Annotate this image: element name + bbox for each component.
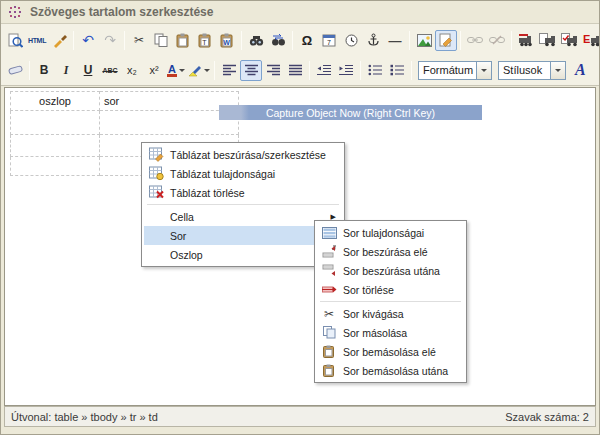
row-insert-after-icon [320, 263, 338, 279]
superscript-icon[interactable]: x² [143, 60, 165, 81]
separator [214, 61, 215, 80]
align-center-icon[interactable] [240, 60, 262, 81]
menu-item-column[interactable]: Oszlop ▶ [144, 245, 342, 264]
undo-icon[interactable]: ↶ [77, 30, 99, 51]
status-bar: Útvonal: table » tbody » tr » td Szavak … [4, 406, 596, 427]
justify-icon[interactable] [284, 60, 306, 81]
row-submenu: Sor tulajdonságai Sor beszúrása elé Sor … [314, 220, 467, 383]
separator [73, 31, 74, 50]
table-cell[interactable] [11, 157, 100, 176]
copy-icon[interactable] [150, 30, 172, 51]
bold-icon[interactable]: B [33, 60, 55, 81]
word-count: Szavak száma: 2 [505, 411, 589, 423]
align-right-icon[interactable] [262, 60, 284, 81]
paste-icon[interactable] [172, 30, 194, 51]
table-cell[interactable] [11, 135, 100, 157]
link-icon [464, 30, 486, 51]
table-cell[interactable]: sor [100, 92, 239, 111]
menu-item-row-cut[interactable]: ✂ Sor kivágása [317, 304, 464, 323]
insert-date-icon[interactable]: 7 [318, 30, 340, 51]
chevron-down-icon [204, 69, 210, 75]
separator [360, 61, 361, 80]
custom-train-1-icon[interactable] [515, 30, 537, 51]
row-delete-icon [320, 282, 338, 298]
styles-combo[interactable]: Stílusok [498, 61, 566, 80]
menu-item-row-insert-after[interactable]: Sor beszúrása utána [317, 261, 464, 280]
underline-icon[interactable]: U [77, 60, 99, 81]
svg-text:T: T [202, 38, 207, 45]
background-color-icon[interactable] [187, 60, 211, 81]
custom-train-3-icon[interactable] [559, 30, 581, 51]
menu-item-insert-table[interactable]: Táblázat beszúrása/szerkesztése [144, 145, 342, 164]
table-cell[interactable] [100, 111, 239, 135]
custom-train-2-icon[interactable] [537, 30, 559, 51]
replace-icon[interactable] [267, 30, 289, 51]
paste-text-icon[interactable]: T [194, 30, 216, 51]
bulleted-list-icon[interactable] [364, 60, 386, 81]
svg-text:E: E [583, 33, 590, 45]
source-html-icon[interactable]: HTML [26, 30, 48, 51]
insert-time-icon[interactable] [340, 30, 362, 51]
strikethrough-icon[interactable]: ABC [99, 60, 121, 81]
italic-icon[interactable]: I [55, 60, 77, 81]
remove-format-icon[interactable] [4, 60, 26, 81]
menu-item-row-copy[interactable]: Sor másolása [317, 323, 464, 342]
preview-icon[interactable] [4, 30, 26, 51]
editor-window: Szöveges tartalom szerkesztése HTML ↶ ↷ … [0, 0, 600, 435]
anchor-icon[interactable] [362, 30, 384, 51]
row-paste-after-icon [320, 363, 338, 379]
separator [511, 31, 512, 50]
numbered-list-icon[interactable] [386, 60, 408, 81]
table-properties-icon [147, 166, 165, 182]
row-properties-icon [320, 225, 338, 241]
text-color-icon[interactable]: A [165, 60, 187, 81]
styles-combo-value: Stílusok [498, 61, 550, 80]
indent-icon[interactable] [335, 60, 357, 81]
format-combo[interactable]: Formátum [418, 61, 492, 80]
outdent-icon[interactable] [313, 60, 335, 81]
title-bar: Szöveges tartalom szerkesztése [1, 1, 599, 24]
table-delete-icon [147, 185, 165, 201]
capture-banner: Capture Object Now (Right Ctrl Key) [219, 105, 482, 120]
menu-item-row-properties[interactable]: Sor tulajdonságai [317, 223, 464, 242]
subscript-icon[interactable]: x₂ [121, 60, 143, 81]
cut-icon[interactable]: ✂ [128, 30, 150, 51]
custom-train-4-icon[interactable]: E [581, 30, 600, 51]
table-row [11, 111, 239, 135]
svg-text:7: 7 [327, 39, 331, 46]
insert-note-icon[interactable] [435, 30, 457, 51]
insert-image-icon[interactable] [413, 30, 435, 51]
align-left-icon[interactable] [218, 60, 240, 81]
find-icon[interactable] [245, 30, 267, 51]
element-path: Útvonal: table » tbody » tr » td [11, 411, 158, 423]
table-cell[interactable] [11, 111, 100, 135]
menu-item-row-paste-before[interactable]: Sor bemásolása elé [317, 342, 464, 361]
toolbar-row-1: HTML ↶ ↷ ✂ T W [4, 25, 596, 55]
chevron-down-icon [179, 69, 185, 75]
editor-canvas[interactable]: oszlop sor Capture Object Now (Right Ctr… [4, 87, 596, 406]
menu-item-delete-table[interactable]: Táblázat törlése [144, 183, 342, 202]
svg-text:W: W [223, 38, 230, 45]
paste-word-icon[interactable]: W [216, 30, 238, 51]
table-cell[interactable]: oszlop [11, 92, 100, 111]
separator [411, 61, 412, 80]
redo-icon: ↷ [99, 30, 121, 51]
menu-item-row-insert-before[interactable]: Sor beszúrása elé [317, 242, 464, 261]
move-handle-icon[interactable] [9, 6, 22, 19]
menu-item-row-delete[interactable]: Sor törlése [317, 280, 464, 299]
format-combo-value: Formátum [418, 61, 476, 80]
separator [241, 31, 242, 50]
about-logo-icon[interactable]: A [575, 61, 586, 79]
menu-item-cell[interactable]: Cella ▶ [144, 207, 342, 226]
chevron-down-icon[interactable] [550, 61, 566, 80]
separator [292, 31, 293, 50]
menu-item-row[interactable]: Sor ▶ [144, 226, 342, 245]
separator [309, 61, 310, 80]
chevron-down-icon[interactable] [476, 61, 492, 80]
special-char-icon[interactable]: Ω [296, 30, 318, 51]
templates-brush-icon[interactable] [48, 30, 70, 51]
table-edit-icon [147, 147, 165, 163]
horizontal-rule-icon[interactable]: — [384, 30, 406, 51]
menu-item-row-paste-after[interactable]: Sor bemásolása utána [317, 361, 464, 380]
menu-item-table-properties[interactable]: Táblázat tulajdonságai [144, 164, 342, 183]
